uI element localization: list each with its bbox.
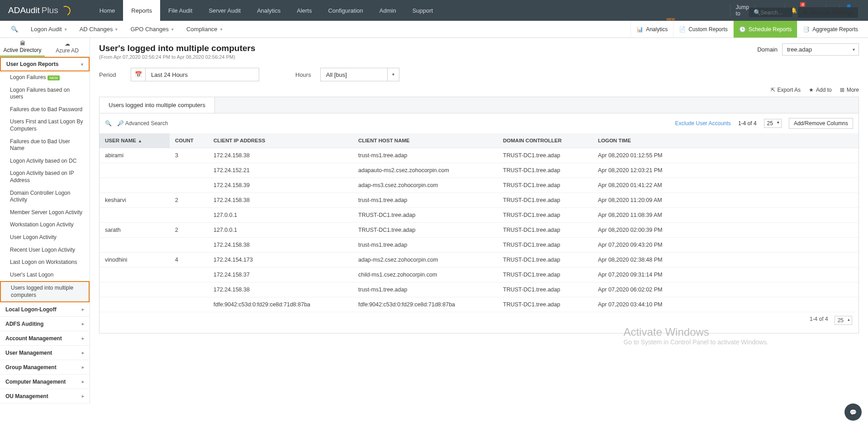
cell-ip: fdfe:9042:c53d:0:fd29:ce8d:71d8:87ba (208, 297, 353, 312)
chevron-right-icon: ▸ (82, 394, 84, 399)
column-count[interactable]: COUNT (170, 133, 208, 148)
sidebar-tab-ad[interactable]: 🏛 Active Directory (0, 38, 45, 56)
nav-analytics[interactable]: Analytics (249, 0, 289, 21)
domain-dropdown[interactable]: tree.adap▾ (782, 43, 859, 56)
gear-icon: ⚙ (802, 9, 808, 16)
sidebar-item-user-s-last-logon[interactable]: User's Last Logon (0, 269, 90, 282)
table-row[interactable]: 127.0.0.1TRUST-DC1.tree.adapTRUST-DC1.tr… (100, 208, 859, 223)
schedule-reports-button[interactable]: 🕒Schedule Reports (733, 21, 797, 38)
page-subtitle: (From Apr 07,2020 02:56:24 PM to Apr 08,… (99, 54, 256, 60)
sub-nav: 🔍 Logon Audit ▾AD Changes ▾GPO Changes ▾… (0, 21, 868, 38)
more-button[interactable]: ⊞More (840, 87, 859, 93)
export-icon: ⇱ (771, 87, 775, 93)
table-row[interactable]: 172.24.152.21adapauto-ms2.csez.zohocorpi… (100, 163, 859, 178)
sidebar-section-adfs-auditing[interactable]: ADFS Auditing▸ (0, 317, 90, 331)
sidebar-section-ou-management[interactable]: OU Management▸ (0, 389, 90, 404)
sidebar-item-domain-controller-logon-activity[interactable]: Domain Controller Logon Activity (0, 187, 90, 206)
column-logon-time[interactable]: LOGON TIME (593, 133, 859, 148)
sidebar-item-member-server-logon-activity[interactable]: Member Server Logon Activity (0, 206, 90, 219)
cell-count: 4 (170, 253, 208, 267)
table-row[interactable]: 172.24.158.39adap-ms3.csez.zohocorpin.co… (100, 178, 859, 193)
sidebar-tab-azure[interactable]: ☁ Azure AD (45, 38, 90, 56)
building-icon: 🏛 (20, 40, 25, 47)
cell-host: TRUST-DC1.tree.adap (353, 223, 498, 238)
domain-settings-button[interactable]: ⚙ Domain Settings (798, 7, 858, 18)
aggregate-reports-button[interactable]: 📑Aggregate Reports (797, 21, 863, 38)
advanced-search-button[interactable]: 🔎 Advanced Search (117, 120, 168, 127)
table-row[interactable]: fdfe:9042:c53d:0:fd29:ce8d:71d8:87bafdfe… (100, 297, 859, 312)
column-user-name[interactable]: USER NAME▲ (100, 133, 170, 148)
sidebar-section-user-logon-reports[interactable]: User Logon Reports▾ (0, 57, 90, 71)
calendar-icon[interactable]: 📅 (131, 68, 146, 81)
table-row[interactable]: abirami3172.24.158.38trust-ms1.tree.adap… (100, 148, 859, 163)
table-row[interactable]: 172.24.158.38trust-ms1.tree.adapTRUST-DC… (100, 238, 859, 253)
sidebar-section-computer-management[interactable]: Computer Management▸ (0, 375, 90, 389)
sidebar-section-account-management[interactable]: Account Management▸ (0, 331, 90, 346)
nav-configuration[interactable]: Configuration (320, 0, 371, 21)
cell-ip: 172.24.158.37 (208, 267, 353, 282)
sidebar-item-last-logon-on-workstations[interactable]: Last Logon on Workstations (0, 256, 90, 269)
sidebar-item-logon-activity-based-on-dc[interactable]: Logon Activity based on DC (0, 155, 90, 168)
sidebar-item-recent-user-logon-activity[interactable]: Recent User Logon Activity (0, 244, 90, 257)
nav-reports[interactable]: Reports (123, 0, 160, 21)
subnav-ad-changes[interactable]: AD Changes ▾ (73, 21, 124, 38)
cell-ip: 172.24.158.38 (208, 238, 353, 253)
nav-support[interactable]: Support (404, 0, 441, 21)
hours-dropdown[interactable]: All [bus] ▾ (320, 68, 399, 81)
export-as-button[interactable]: ⇱Export As (771, 87, 801, 93)
footer-pagination-range: 1-4 of 4 (810, 316, 828, 325)
sidebar-item-users-logged-into-multiple-computers[interactable]: Users logged into multiple computers (0, 281, 90, 302)
nav-admin[interactable]: Admin (371, 0, 404, 21)
cell-user (100, 267, 170, 282)
sidebar-item-workstation-logon-activity[interactable]: Workstation Logon Activity (0, 219, 90, 231)
column-client-host-name[interactable]: CLIENT HOST NAME (353, 133, 498, 148)
nav-home[interactable]: Home (91, 0, 123, 21)
cell-ip: 172.24.152.21 (208, 163, 353, 178)
table-row[interactable]: kesharvi2172.24.158.38trust-ms1.tree.ada… (100, 193, 859, 208)
tab-users-multiple-computers[interactable]: Users logged into multiple computers (100, 97, 215, 113)
nav-alerts[interactable]: Alerts (289, 0, 320, 21)
footer-page-size-dropdown[interactable]: 25 ▴ (835, 316, 852, 325)
cell-count (170, 163, 208, 178)
analytics-button[interactable]: NEW 📊Analytics (631, 21, 673, 38)
cell-user: sarath (100, 223, 170, 238)
table-row[interactable]: 172.24.158.38trust-ms1.tree.adapTRUST-DC… (100, 282, 859, 297)
sidebar-section-group-management[interactable]: Group Management▸ (0, 360, 90, 375)
cell-host: trust-ms1.tree.adap (353, 193, 498, 208)
table-row[interactable]: vinodhini4172.24.154.173adap-ms2.csez.zo… (100, 253, 859, 267)
domain-label: Domain (757, 46, 778, 53)
sidebar-item-user-logon-activity[interactable]: User Logon Activity (0, 231, 90, 244)
logo-main: ADAudit (8, 5, 40, 15)
subnav-search-icon[interactable]: 🔍 (5, 26, 24, 33)
global-search[interactable]: 🔍 (749, 8, 792, 17)
cell-time: Apr 08,2020 01:12:55 PM (593, 148, 859, 163)
page-size-dropdown[interactable]: 25 ▾ (764, 119, 782, 128)
chevron-down-icon: ▾ (65, 27, 67, 32)
sidebar-section-user-management[interactable]: User Management▸ (0, 346, 90, 360)
custom-reports-button[interactable]: 📄Custom Reports (673, 21, 733, 38)
sidebar-item-logon-activity-based-on-ip-address[interactable]: Logon Activity based on IP Address (0, 167, 90, 187)
nav-server-audit[interactable]: Server Audit (200, 0, 249, 21)
sidebar-section-local-logon-logoff[interactable]: Local Logon-Logoff▸ (0, 302, 90, 317)
column-client-ip-address[interactable]: CLIENT IP ADDRESS (208, 133, 353, 148)
exclude-user-accounts-link[interactable]: Exclude User Accounts (675, 120, 730, 127)
column-domain-controller[interactable]: DOMAIN CONTROLLER (498, 133, 593, 148)
subnav-logon-audit[interactable]: Logon Audit ▾ (24, 21, 73, 38)
sidebar-item-failures-due-to-bad-user-name[interactable]: Failures due to Bad User Name (0, 136, 90, 155)
subnav-compliance[interactable]: Compliance ▾ (180, 21, 229, 38)
add-to-button[interactable]: ★Add to (809, 87, 832, 93)
sidebar-item-logon-failures[interactable]: Logon FailuresNEW (0, 71, 90, 84)
period-selector[interactable]: 📅 Last 24 Hours (131, 68, 259, 81)
sidebar-item-failures-due-to-bad-password[interactable]: Failures due to Bad Password (0, 103, 90, 116)
table-row[interactable]: 172.24.158.37child-ms1.csez.zohocorpin.c… (100, 267, 859, 282)
logo-plus: Plus (42, 5, 58, 15)
search-icon[interactable]: 🔍 (105, 120, 112, 127)
table-row[interactable]: sarath2127.0.0.1TRUST-DC1.tree.adapTRUST… (100, 223, 859, 238)
sidebar-item-users-first-and-last-logon-by-computers[interactable]: Users First and Last Logon By Computers (0, 116, 90, 135)
sidebar-item-logon-failures-based-on-users[interactable]: Logon Failures based on users (0, 84, 90, 103)
report-tabs: Users logged into multiple computers (99, 97, 859, 113)
nav-file-audit[interactable]: File Audit (160, 0, 200, 21)
add-remove-columns-button[interactable]: Add/Remove Columns (789, 118, 853, 129)
search-input[interactable] (761, 9, 788, 16)
subnav-gpo-changes[interactable]: GPO Changes ▾ (124, 21, 180, 38)
